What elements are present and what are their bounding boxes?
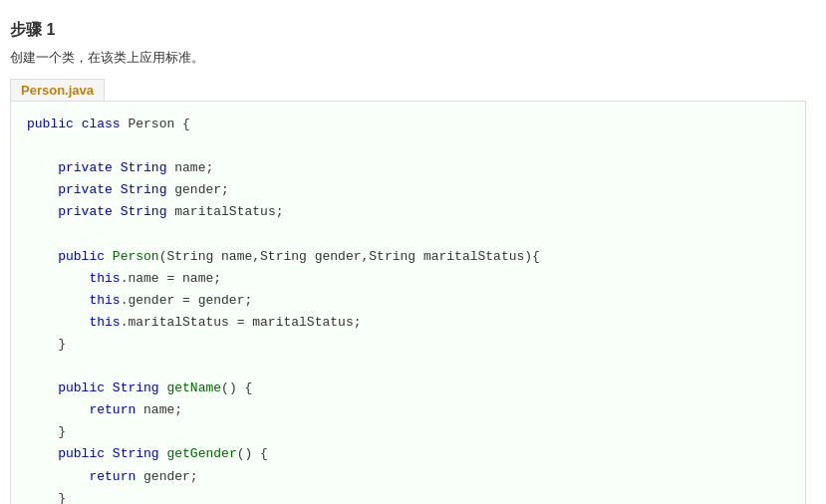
step-title: 步骤 1 bbox=[10, 20, 806, 41]
code-filename: Person.java bbox=[10, 79, 105, 101]
code-block: public class Person { private String nam… bbox=[10, 101, 806, 504]
step-description: 创建一个类，在该类上应用标准。 bbox=[10, 49, 806, 67]
